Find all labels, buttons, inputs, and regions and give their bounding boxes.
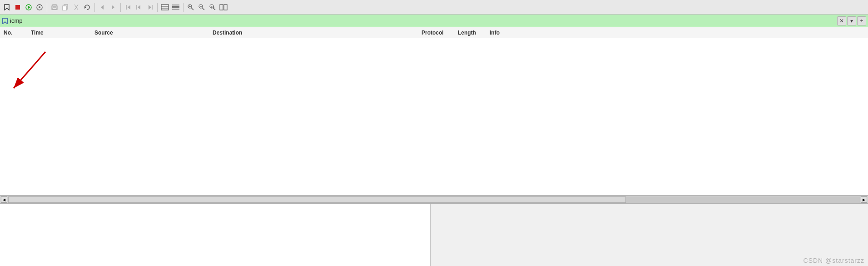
- go-first-icon[interactable]: [123, 2, 133, 12]
- scroll-right-button[interactable]: ▶: [861, 196, 867, 203]
- go-next-icon[interactable]: [145, 2, 155, 12]
- svg-line-34: [202, 8, 204, 10]
- packet-table-header: No. Time Source Destination Protocol Len…: [0, 27, 868, 38]
- col-header-time[interactable]: Time: [31, 30, 94, 36]
- detail-view-icon[interactable]: [171, 2, 181, 12]
- col-header-destination[interactable]: Destination: [213, 30, 422, 36]
- svg-rect-40: [224, 5, 227, 10]
- col-header-info[interactable]: Info: [490, 30, 864, 36]
- svg-marker-0: [5, 5, 9, 10]
- forward-icon[interactable]: [108, 2, 118, 12]
- scroll-left-button[interactable]: ◀: [1, 196, 7, 203]
- go-prev-icon[interactable]: [134, 2, 144, 12]
- cut-icon[interactable]: [71, 2, 81, 12]
- packet-list: No. Time Source Destination Protocol Len…: [0, 27, 868, 196]
- separator-5: [183, 3, 184, 12]
- bottom-left-panel: [0, 204, 431, 266]
- separator-4: [157, 3, 158, 12]
- svg-rect-8: [53, 8, 56, 10]
- filter-actions: ✕ ▾ +: [837, 16, 866, 25]
- scroll-track[interactable]: [8, 196, 860, 203]
- print-icon[interactable]: [50, 2, 60, 12]
- red-arrow-annotation: [0, 38, 91, 129]
- svg-marker-15: [112, 5, 114, 10]
- list-columns-icon[interactable]: [160, 2, 170, 12]
- back-icon[interactable]: [97, 2, 107, 12]
- filter-input[interactable]: [10, 17, 837, 24]
- zoom-in-icon[interactable]: [186, 2, 196, 12]
- zoom-reset-icon[interactable]: 1:1: [208, 2, 218, 12]
- scroll-thumb[interactable]: [8, 196, 626, 203]
- separator-1: [47, 3, 47, 12]
- col-header-protocol[interactable]: Protocol: [422, 30, 458, 36]
- packet-body: [0, 38, 868, 195]
- columns-layout-icon[interactable]: [218, 2, 228, 12]
- svg-marker-41: [3, 18, 7, 24]
- svg-marker-16: [128, 5, 130, 10]
- filter-add-button[interactable]: +: [857, 16, 866, 25]
- bottom-right-panel: CSDN @starstarzz: [431, 204, 868, 266]
- main-toolbar: 1:1: [0, 0, 868, 15]
- filter-bookmark-icon: [2, 18, 8, 24]
- copy-icon[interactable]: [60, 2, 70, 12]
- stop-icon[interactable]: [13, 2, 23, 12]
- watermark-text: CSDN @starstarzz: [804, 257, 864, 264]
- separator-2: [94, 3, 95, 12]
- bookmark-icon[interactable]: [2, 2, 12, 12]
- svg-rect-39: [220, 5, 223, 10]
- svg-line-43: [14, 52, 45, 88]
- filter-clear-button[interactable]: ✕: [837, 16, 846, 25]
- zoom-out-icon[interactable]: [197, 2, 207, 12]
- svg-line-30: [191, 8, 193, 10]
- separator-3: [120, 3, 121, 12]
- col-header-length[interactable]: Length: [458, 30, 490, 36]
- svg-text:1:1: 1:1: [211, 5, 215, 8]
- svg-point-5: [39, 6, 40, 8]
- options-icon[interactable]: [35, 2, 45, 12]
- svg-marker-18: [138, 5, 140, 10]
- col-header-no[interactable]: No.: [4, 30, 31, 36]
- horizontal-scrollbar[interactable]: ◀ ▶: [0, 196, 868, 204]
- svg-marker-14: [101, 5, 104, 10]
- filter-dropdown-button[interactable]: ▾: [847, 16, 856, 25]
- refresh-icon[interactable]: [82, 2, 92, 12]
- svg-rect-1: [15, 5, 20, 10]
- bottom-panels: CSDN @starstarzz: [0, 204, 868, 266]
- filter-bar: ✕ ▾ +: [0, 15, 868, 27]
- svg-marker-3: [28, 5, 30, 9]
- col-header-source[interactable]: Source: [94, 30, 213, 36]
- start-icon[interactable]: [24, 2, 34, 12]
- svg-rect-22: [161, 5, 169, 10]
- svg-marker-20: [149, 5, 151, 10]
- svg-rect-10: [63, 6, 66, 10]
